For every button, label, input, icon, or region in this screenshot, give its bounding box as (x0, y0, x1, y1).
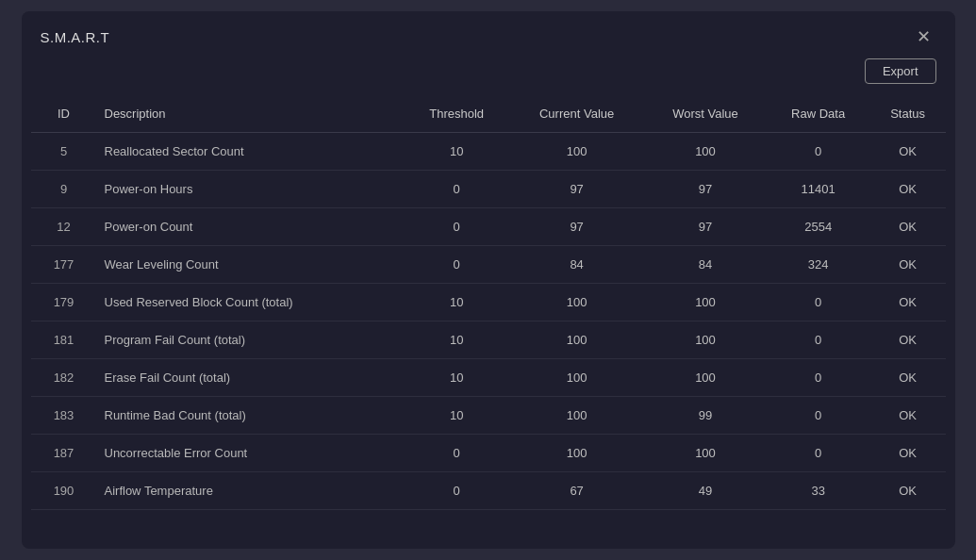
cell-worst_value: 100 (644, 321, 766, 359)
cell-raw_data: 0 (767, 321, 870, 359)
cell-description: Power-on Hours (97, 171, 405, 208)
table-row: 177Wear Leveling Count08484324OK (31, 246, 946, 284)
cell-status: OK (870, 359, 946, 397)
cell-description: Program Fail Count (total) (97, 321, 405, 359)
cell-status: OK (870, 472, 946, 510)
scroll-area[interactable]: ID Description Threshold Current Value W… (31, 95, 946, 539)
cell-status: OK (870, 284, 946, 321)
cell-status: OK (870, 397, 946, 435)
col-header-raw-data: Raw Data (767, 95, 870, 133)
cell-id: 187 (31, 435, 97, 472)
cell-threshold: 10 (404, 321, 508, 359)
cell-worst_value: 100 (644, 435, 766, 472)
table-row: 182Erase Fail Count (total)101001000OK (31, 359, 946, 397)
col-header-id: ID (31, 95, 97, 133)
table-header: ID Description Threshold Current Value W… (31, 95, 946, 133)
cell-threshold: 10 (404, 284, 508, 321)
smart-table: ID Description Threshold Current Value W… (31, 95, 946, 510)
cell-status: OK (870, 208, 946, 246)
col-header-threshold: Threshold (404, 95, 508, 133)
cell-id: 179 (31, 284, 97, 321)
cell-threshold: 0 (404, 171, 508, 208)
toolbar: Export (22, 58, 955, 95)
cell-status: OK (870, 321, 946, 359)
cell-worst_value: 100 (644, 133, 766, 171)
cell-raw_data: 2554 (767, 208, 870, 246)
cell-description: Power-on Count (97, 208, 405, 246)
cell-current_value: 100 (509, 284, 645, 321)
table-row: 9Power-on Hours0979711401OK (31, 171, 946, 208)
cell-status: OK (870, 171, 946, 208)
cell-worst_value: 97 (644, 208, 766, 246)
table-row: 181Program Fail Count (total)101001000OK (31, 321, 946, 359)
cell-id: 9 (31, 171, 97, 208)
col-header-worst-value: Worst Value (644, 95, 766, 133)
table-container: ID Description Threshold Current Value W… (31, 95, 946, 539)
cell-status: OK (870, 133, 946, 171)
cell-description: Runtime Bad Count (total) (97, 397, 405, 435)
col-header-description: Description (97, 95, 405, 133)
cell-description: Erase Fail Count (total) (97, 359, 405, 397)
cell-description: Uncorrectable Error Count (97, 435, 405, 472)
cell-raw_data: 0 (767, 397, 870, 435)
modal-title: S.M.A.R.T (41, 29, 110, 45)
table-row: 183Runtime Bad Count (total)10100990OK (31, 397, 946, 435)
cell-raw_data: 0 (767, 359, 870, 397)
cell-current_value: 97 (509, 171, 645, 208)
cell-current_value: 67 (509, 472, 645, 510)
cell-status: OK (870, 435, 946, 472)
cell-threshold: 0 (404, 472, 508, 510)
cell-threshold: 0 (404, 435, 508, 472)
cell-raw_data: 11401 (767, 171, 870, 208)
cell-id: 5 (31, 133, 97, 171)
table-row: 5Reallocated Sector Count101001000OK (31, 133, 946, 171)
cell-worst_value: 100 (644, 284, 766, 321)
table-row: 187Uncorrectable Error Count01001000OK (31, 435, 946, 472)
cell-threshold: 0 (404, 208, 508, 246)
cell-id: 177 (31, 246, 97, 284)
cell-current_value: 100 (509, 435, 645, 472)
cell-current_value: 100 (509, 321, 645, 359)
cell-raw_data: 0 (767, 133, 870, 171)
cell-raw_data: 0 (767, 284, 870, 321)
table-row: 190Airflow Temperature0674933OK (31, 472, 946, 510)
cell-raw_data: 0 (767, 435, 870, 472)
cell-current_value: 97 (509, 208, 645, 246)
cell-raw_data: 33 (767, 472, 870, 510)
smart-modal: S.M.A.R.T ✕ Export ID Description Thresh… (22, 11, 955, 549)
cell-worst_value: 100 (644, 359, 766, 397)
cell-id: 183 (31, 397, 97, 435)
cell-worst_value: 99 (644, 397, 766, 435)
export-button[interactable]: Export (865, 58, 936, 84)
cell-current_value: 100 (509, 397, 645, 435)
modal-header: S.M.A.R.T ✕ (22, 11, 955, 58)
cell-worst_value: 49 (644, 472, 766, 510)
cell-id: 182 (31, 359, 97, 397)
cell-current_value: 100 (509, 359, 645, 397)
col-header-current-value: Current Value (509, 95, 645, 133)
table-body: 5Reallocated Sector Count101001000OK9Pow… (31, 133, 946, 510)
cell-id: 190 (31, 472, 97, 510)
cell-threshold: 10 (404, 359, 508, 397)
close-button[interactable]: ✕ (911, 26, 936, 47)
cell-description: Used Reserved Block Count (total) (97, 284, 405, 321)
cell-worst_value: 84 (644, 246, 766, 284)
cell-description: Reallocated Sector Count (97, 133, 405, 171)
cell-status: OK (870, 246, 946, 284)
cell-threshold: 10 (404, 133, 508, 171)
cell-threshold: 10 (404, 397, 508, 435)
cell-id: 181 (31, 321, 97, 359)
cell-threshold: 0 (404, 246, 508, 284)
table-row: 12Power-on Count097972554OK (31, 208, 946, 246)
cell-id: 12 (31, 208, 97, 246)
cell-current_value: 100 (509, 133, 645, 171)
cell-worst_value: 97 (644, 171, 766, 208)
table-row: 179Used Reserved Block Count (total)1010… (31, 284, 946, 321)
cell-raw_data: 324 (767, 246, 870, 284)
cell-description: Airflow Temperature (97, 472, 405, 510)
cell-description: Wear Leveling Count (97, 246, 405, 284)
cell-current_value: 84 (509, 246, 645, 284)
col-header-status: Status (870, 95, 946, 133)
